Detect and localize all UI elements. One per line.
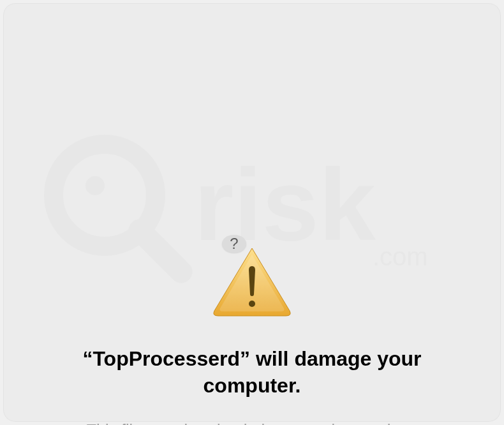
svg-text:.com: .com <box>373 242 428 271</box>
warning-icon <box>211 244 293 320</box>
dialog-title: “TopProcesserd” will damage your compute… <box>61 346 443 399</box>
malware-warning-dialog: risk .com ? “TopProcesserd” w <box>4 4 500 421</box>
svg-point-5 <box>249 301 255 307</box>
svg-line-2 <box>140 230 181 272</box>
dialog-subtitle: This file was downloaded on an unknown d… <box>87 421 417 425</box>
svg-point-0 <box>54 144 156 246</box>
svg-point-1 <box>85 176 105 195</box>
